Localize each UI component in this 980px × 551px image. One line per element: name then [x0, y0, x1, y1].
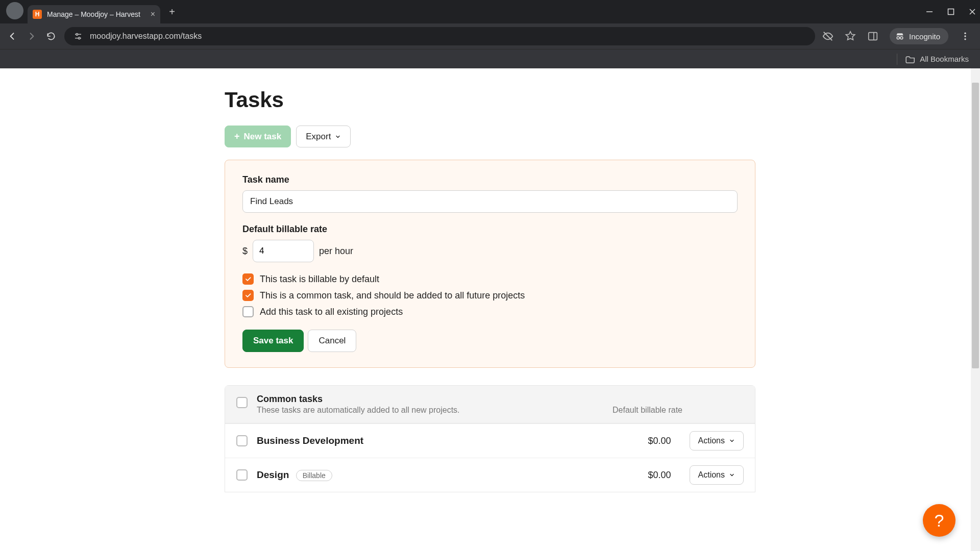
- table-header: Common tasks These tasks are automatical…: [225, 385, 755, 423]
- all-bookmarks-button[interactable]: All Bookmarks: [905, 55, 969, 63]
- row-actions-button[interactable]: Actions: [690, 431, 744, 450]
- task-row-name: Design Billable: [257, 469, 332, 481]
- all-bookmarks-label: All Bookmarks: [920, 55, 969, 63]
- bookmarks-bar: All Bookmarks: [0, 49, 980, 68]
- chevron-down-icon: [729, 438, 735, 444]
- billable-label: This task is billable by default: [260, 274, 379, 285]
- export-label: Export: [306, 132, 331, 142]
- window-controls: [926, 0, 976, 23]
- row-checkbox[interactable]: [236, 435, 248, 446]
- checkbox-unchecked-icon: [242, 306, 254, 317]
- page-title: Tasks: [225, 88, 755, 112]
- svg-rect-9: [869, 33, 877, 40]
- svg-point-16: [964, 38, 966, 40]
- address-bar: moodjoy.harvestapp.com/tasks Incognito: [0, 23, 980, 49]
- rate-input[interactable]: [253, 240, 314, 262]
- back-button[interactable]: [6, 30, 18, 42]
- common-task-checkbox-row[interactable]: This is a common task, and should be add…: [242, 290, 738, 301]
- add-existing-checkbox-row[interactable]: Add this task to all existing projects: [242, 306, 738, 317]
- task-row-name: Business Development: [257, 435, 363, 446]
- tab-title: Manage – Moodjoy – Harvest: [47, 10, 140, 18]
- add-existing-label: Add this task to all existing projects: [260, 307, 403, 317]
- task-name-label: Task name: [242, 174, 738, 185]
- table-row: Design Billable $0.00 Actions: [225, 458, 755, 492]
- svg-point-12: [900, 37, 903, 39]
- checkbox-checked-icon: [242, 273, 254, 285]
- page-viewport: Tasks + New task Export Task name: [0, 68, 980, 551]
- harvest-favicon-icon: H: [33, 10, 42, 19]
- help-icon: ?: [935, 511, 944, 531]
- task-row-rate: $0.00: [648, 470, 671, 481]
- export-button[interactable]: Export: [296, 126, 351, 147]
- table-header-subtitle: These tasks are automatically added to a…: [257, 406, 603, 415]
- incognito-label: Incognito: [909, 32, 940, 41]
- chevron-down-icon: [729, 472, 735, 478]
- scrollbar[interactable]: [971, 68, 980, 551]
- actions-label: Actions: [698, 470, 725, 480]
- row-actions-button[interactable]: Actions: [690, 465, 744, 485]
- select-all-checkbox[interactable]: [236, 397, 248, 408]
- common-task-label: This is a common task, and should be add…: [260, 290, 525, 301]
- task-name-input[interactable]: [242, 190, 738, 213]
- save-label: Save task: [253, 336, 293, 346]
- incognito-chip[interactable]: Incognito: [890, 28, 948, 44]
- billable-checkbox-row[interactable]: This task is billable by default: [242, 273, 738, 285]
- help-button[interactable]: ?: [923, 504, 955, 537]
- maximize-icon[interactable]: [947, 8, 954, 15]
- row-checkbox[interactable]: [236, 469, 248, 481]
- tab-strip: H Manage – Moodjoy – Harvest × +: [0, 0, 980, 23]
- actions-label: Actions: [698, 436, 725, 445]
- profile-avatar[interactable]: [6, 2, 23, 19]
- chevron-down-icon: [335, 134, 341, 140]
- table-header-rate-col: Default billable rate: [612, 406, 744, 415]
- kebab-menu-icon[interactable]: [960, 31, 971, 42]
- table-header-title: Common tasks: [257, 394, 603, 405]
- reload-button[interactable]: [45, 30, 57, 42]
- svg-point-14: [964, 33, 966, 34]
- divider: [897, 54, 897, 65]
- svg-rect-1: [948, 9, 954, 15]
- close-tab-icon[interactable]: ×: [151, 10, 155, 19]
- folder-icon: [905, 55, 916, 63]
- url-field[interactable]: moodjoy.harvestapp.com/tasks: [64, 27, 815, 45]
- bookmark-star-icon[interactable]: [845, 31, 856, 42]
- minimize-icon[interactable]: [926, 8, 933, 15]
- eye-off-icon[interactable]: [822, 31, 834, 42]
- billable-badge: Billable: [296, 470, 332, 481]
- rate-label: Default billable rate: [242, 224, 738, 235]
- table-row: Business Development $0.00 Actions: [225, 423, 755, 458]
- rate-suffix: per hour: [319, 246, 353, 257]
- svg-point-7: [78, 37, 80, 39]
- toolbar: + New task Export: [225, 126, 755, 147]
- new-tab-button[interactable]: +: [164, 4, 180, 19]
- cancel-label: Cancel: [318, 336, 346, 346]
- save-task-button[interactable]: Save task: [242, 330, 304, 352]
- svg-point-15: [964, 35, 966, 37]
- scrollbar-thumb[interactable]: [972, 83, 979, 368]
- site-settings-icon[interactable]: [72, 31, 84, 42]
- currency-symbol: $: [242, 246, 248, 257]
- task-table: Common tasks These tasks are automatical…: [225, 385, 755, 492]
- cancel-button[interactable]: Cancel: [308, 330, 356, 352]
- new-task-label: New task: [244, 132, 282, 142]
- side-panel-icon[interactable]: [867, 31, 878, 42]
- incognito-icon: [895, 31, 905, 41]
- forward-button[interactable]: [26, 30, 38, 42]
- url-text: moodjoy.harvestapp.com/tasks: [90, 32, 807, 41]
- task-row-rate: $0.00: [648, 436, 671, 446]
- browser-tab[interactable]: H Manage – Moodjoy – Harvest ×: [28, 5, 160, 23]
- task-form: Task name Default billable rate $ per ho…: [225, 160, 755, 368]
- svg-point-6: [76, 33, 78, 35]
- plus-icon: +: [234, 131, 240, 142]
- new-task-button[interactable]: + New task: [225, 126, 291, 147]
- close-window-icon[interactable]: [969, 8, 976, 15]
- checkbox-checked-icon: [242, 290, 254, 301]
- svg-point-11: [897, 37, 899, 39]
